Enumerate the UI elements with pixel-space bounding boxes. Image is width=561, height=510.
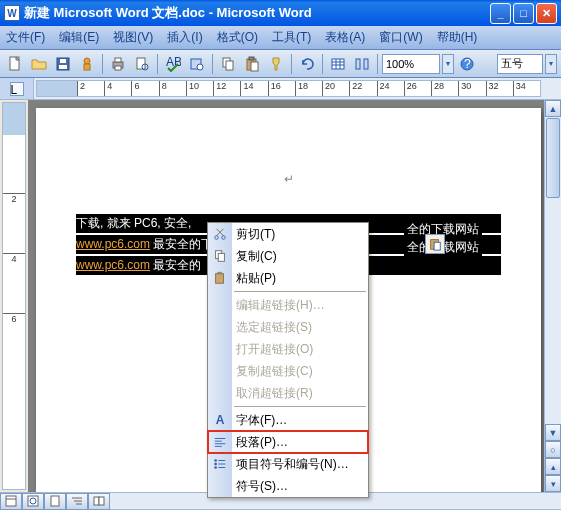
prev-page-icon[interactable]: ▴	[545, 458, 561, 475]
menu-item-open-hyperlink[interactable]: 打开超链接(O)	[208, 338, 368, 360]
menu-item-paste[interactable]: 粘贴(P)	[208, 267, 368, 289]
svg-rect-36	[216, 274, 224, 284]
menu-item-font[interactable]: A字体(F)…	[208, 409, 368, 431]
ruler-tick: 12	[213, 81, 240, 96]
toolbar-separator	[291, 54, 292, 74]
ruler-tick: 6	[131, 81, 158, 96]
svg-point-31	[222, 236, 226, 240]
vertical-scrollbar[interactable]: ▲ ▼ ○ ▴ ▾	[544, 100, 561, 492]
normal-view-icon[interactable]	[0, 493, 22, 510]
ruler-tick: 20	[322, 81, 349, 96]
svg-text:?: ?	[464, 57, 471, 71]
ruler-tick: 14	[240, 81, 267, 96]
print-layout-view-icon[interactable]	[44, 493, 66, 510]
tab-selector-icon[interactable]: L	[10, 82, 24, 96]
research-icon[interactable]	[186, 53, 208, 75]
ruler-tick: 24	[377, 81, 404, 96]
reading-layout-view-icon[interactable]	[88, 493, 110, 510]
menu-bar: 文件(F) 编辑(E) 视图(V) 插入(I) 格式(O) 工具(T) 表格(A…	[0, 26, 561, 50]
columns-icon[interactable]	[351, 53, 373, 75]
ruler-tick: 10	[186, 81, 213, 96]
browse-object-icon[interactable]: ○	[545, 441, 561, 458]
toolbar-separator	[377, 54, 378, 74]
web-layout-view-icon[interactable]	[22, 493, 44, 510]
undo-icon[interactable]	[296, 53, 318, 75]
format-painter-icon[interactable]	[265, 53, 287, 75]
scroll-up-icon[interactable]: ▲	[545, 100, 561, 117]
open-icon[interactable]	[28, 53, 50, 75]
menu-insert[interactable]: 插入(I)	[167, 29, 202, 46]
ruler-margin-shade	[37, 81, 77, 96]
help-icon[interactable]: ?	[456, 53, 478, 75]
menu-item-select-hyperlink[interactable]: 选定超链接(S)	[208, 316, 368, 338]
fontsize-combo[interactable]: 五号	[497, 54, 543, 74]
svg-rect-7	[115, 58, 121, 62]
menu-item-edit-hyperlink[interactable]: 编辑超链接(H)…	[208, 294, 368, 316]
toolbar-separator	[212, 54, 213, 74]
menu-item-bullets[interactable]: 项目符号和编号(N)…	[208, 453, 368, 475]
context-menu: 剪切(T) 复制(C) 粘贴(P) 编辑超链接(H)… 选定超链接(S) 打开超…	[207, 222, 369, 498]
table-icon[interactable]	[327, 53, 349, 75]
print-preview-icon[interactable]	[131, 53, 153, 75]
spellcheck-icon[interactable]: AB	[162, 53, 184, 75]
zoom-combo[interactable]: 100%	[382, 54, 440, 74]
svg-point-44	[214, 463, 217, 466]
bullets-icon	[212, 456, 228, 472]
menu-tools[interactable]: 工具(T)	[272, 29, 311, 46]
permission-icon[interactable]	[76, 53, 98, 75]
close-button[interactable]: ✕	[536, 3, 557, 24]
next-page-icon[interactable]: ▾	[545, 475, 561, 492]
svg-rect-48	[6, 496, 16, 506]
new-doc-icon[interactable]	[4, 53, 26, 75]
save-icon[interactable]	[52, 53, 74, 75]
menu-item-paragraph[interactable]: 段落(P)…	[208, 431, 368, 453]
svg-rect-3	[60, 59, 66, 63]
copy-icon	[212, 248, 228, 264]
print-icon[interactable]	[107, 53, 129, 75]
menu-format[interactable]: 格式(O)	[217, 29, 258, 46]
ruler-tick: 2	[3, 193, 25, 204]
window-controls: _ □ ✕	[490, 3, 557, 24]
svg-rect-9	[137, 58, 145, 69]
ruler-tick: 26	[404, 81, 431, 96]
minimize-button[interactable]: _	[490, 3, 511, 24]
menu-item-copy-hyperlink[interactable]: 复制超链接(C)	[208, 360, 368, 382]
ruler-tick: 6	[3, 313, 25, 324]
ruler-tick: 16	[268, 81, 295, 96]
menu-item-symbol[interactable]: 符号(S)…	[208, 475, 368, 497]
svg-rect-56	[94, 497, 99, 505]
ruler-tick: 4	[3, 253, 25, 264]
svg-rect-18	[251, 62, 258, 71]
scroll-down-icon[interactable]: ▼	[545, 424, 561, 441]
paste-icon[interactable]	[241, 53, 263, 75]
scroll-thumb[interactable]	[546, 118, 560, 198]
menu-item-cut[interactable]: 剪切(T)	[208, 223, 368, 245]
font-icon: A	[212, 412, 228, 428]
menu-item-remove-hyperlink[interactable]: 取消超链接(R)	[208, 382, 368, 404]
menu-separator	[234, 406, 366, 407]
menu-view[interactable]: 视图(V)	[113, 29, 153, 46]
view-buttons	[0, 493, 110, 510]
menu-table[interactable]: 表格(A)	[325, 29, 365, 46]
window-title: 新建 Microsoft Word 文档.doc - Microsoft Wor…	[24, 4, 490, 22]
menu-item-copy[interactable]: 复制(C)	[208, 245, 368, 267]
fontsize-dropdown-icon[interactable]: ▾	[545, 54, 557, 74]
vertical-ruler[interactable]: 2 4 6	[2, 102, 26, 490]
paste-icon	[212, 270, 228, 286]
ruler-tick: 8	[159, 81, 186, 96]
maximize-button[interactable]: □	[513, 3, 534, 24]
paste-options-icon[interactable]	[425, 234, 445, 254]
menu-window[interactable]: 窗口(W)	[379, 29, 422, 46]
ruler-tick: 22	[349, 81, 376, 96]
outline-view-icon[interactable]	[66, 493, 88, 510]
copy-icon[interactable]	[217, 53, 239, 75]
svg-rect-29	[434, 242, 440, 250]
menu-edit[interactable]: 编辑(E)	[59, 29, 99, 46]
zoom-dropdown-icon[interactable]: ▾	[442, 54, 454, 74]
toolbar-separator	[157, 54, 158, 74]
menu-help[interactable]: 帮助(H)	[437, 29, 478, 46]
scissors-icon	[212, 226, 228, 242]
ruler-tick: 4	[104, 81, 131, 96]
menu-file[interactable]: 文件(F)	[6, 29, 45, 46]
horizontal-ruler[interactable]: 246810121416182022242628303234	[36, 80, 541, 97]
